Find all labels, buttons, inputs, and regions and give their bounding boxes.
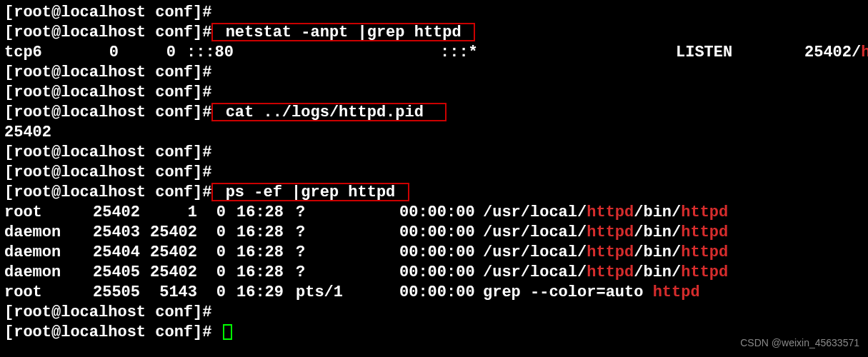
ps-ppid: 25402: [147, 223, 197, 243]
ps-output: root254021016:28?00:00:00/usr/local/http…: [4, 203, 864, 303]
shell-prompt: [root@localhost conf]#: [4, 144, 211, 161]
ps-c: 0: [208, 283, 226, 303]
ps-pid: 25404: [90, 243, 140, 263]
cursor-icon[interactable]: [223, 324, 232, 340]
command-highlight-box: netstat -anpt |grep httpd: [211, 23, 474, 41]
table-row: daemon2540525402016:28?00:00:00/usr/loca…: [4, 263, 864, 283]
terminal-line-ps: [root@localhost conf]# ps -ef |grep http…: [4, 183, 864, 203]
netstat-foreign: :::*: [440, 43, 478, 63]
ps-stime: 16:28: [236, 263, 284, 283]
ps-tty: ?: [296, 223, 305, 243]
terminal-line: [root@localhost conf]#: [4, 3, 864, 23]
shell-prompt: [root@localhost conf]#: [4, 104, 211, 121]
shell-prompt: [root@localhost conf]#: [4, 64, 211, 81]
terminal-line: [root@localhost conf]#: [4, 303, 864, 323]
ps-uid: root: [4, 283, 42, 303]
ps-time: 00:00:00: [399, 283, 475, 303]
shell-prompt: [root@localhost conf]#: [4, 84, 211, 101]
shell-prompt: [root@localhost conf]#: [4, 183, 211, 201]
terminal-line: [root@localhost conf]#: [4, 143, 864, 163]
table-row: daemon2540325402016:28?00:00:00/usr/loca…: [4, 223, 864, 243]
netstat-recvq: 0: [90, 43, 119, 63]
ps-tty: ?: [296, 243, 305, 263]
netstat-output: tcp600:::80:::*LISTEN25402/h: [4, 43, 864, 63]
netstat-pidprog: 25402/h: [804, 43, 868, 63]
ps-cmd: /usr/local/httpd/bin/httpd: [483, 243, 728, 263]
shell-prompt: [root@localhost conf]#: [4, 24, 211, 41]
ps-uid: daemon: [4, 263, 61, 283]
shell-prompt: [root@localhost conf]#: [4, 164, 211, 181]
shell-prompt: [root@localhost conf]#: [4, 303, 211, 321]
ps-stime: 16:29: [236, 283, 284, 303]
cat-output: 25402: [4, 123, 864, 143]
ps-time: 00:00:00: [399, 263, 475, 283]
ps-tty: ?: [296, 263, 305, 283]
ps-ppid: 5143: [147, 283, 197, 303]
ps-c: 0: [208, 263, 226, 283]
ps-cmd: grep --color=auto httpd: [483, 283, 700, 303]
terminal-line: [root@localhost conf]#: [4, 63, 864, 83]
ps-cmd: /usr/local/httpd/bin/httpd: [483, 223, 728, 243]
ps-ppid: 25402: [147, 243, 197, 263]
ps-uid: root: [4, 203, 42, 223]
netstat-proto: tcp6: [4, 44, 42, 61]
ps-time: 00:00:00: [399, 243, 475, 263]
ps-c: 0: [208, 223, 226, 243]
ps-time: 00:00:00: [399, 223, 475, 243]
shell-prompt: [root@localhost conf]#: [4, 4, 211, 21]
table-row: root254021016:28?00:00:00/usr/local/http…: [4, 203, 864, 223]
ps-time: 00:00:00: [399, 203, 475, 223]
command-highlight-box: ps -ef |grep httpd: [211, 183, 409, 201]
ps-cmd: /usr/local/httpd/bin/httpd: [483, 203, 728, 223]
ps-ppid: 25402: [147, 263, 197, 283]
table-row: root255055143016:29pts/100:00:00grep --c…: [4, 283, 864, 303]
ps-ppid: 1: [147, 203, 197, 223]
ps-c: 0: [208, 243, 226, 263]
ps-pid: 25405: [90, 263, 140, 283]
terminal-line: [root@localhost conf]#: [4, 83, 864, 103]
ps-pid: 25403: [90, 223, 140, 243]
netstat-local: :::80: [186, 43, 234, 63]
ps-stime: 16:28: [236, 223, 284, 243]
ps-c: 0: [208, 203, 226, 223]
ps-stime: 16:28: [236, 203, 284, 223]
ps-uid: daemon: [4, 243, 61, 263]
ps-pid: 25402: [90, 203, 140, 223]
ps-uid: daemon: [4, 223, 61, 243]
terminal-line-cat: [root@localhost conf]# cat ../logs/httpd…: [4, 103, 864, 123]
command-highlight-box: cat ../logs/httpd.pid: [211, 103, 447, 121]
ps-pid: 25505: [90, 283, 140, 303]
netstat-sendq: 0: [154, 43, 176, 63]
terminal-line: [root@localhost conf]#: [4, 163, 864, 183]
watermark-text: CSDN @weixin_45633571: [740, 333, 859, 353]
ps-cmd: /usr/local/httpd/bin/httpd: [483, 263, 728, 283]
shell-prompt: [root@localhost conf]#: [4, 323, 211, 341]
netstat-state: LISTEN: [676, 43, 732, 63]
table-row: daemon2540425402016:28?00:00:00/usr/loca…: [4, 243, 864, 263]
ps-stime: 16:28: [236, 243, 284, 263]
terminal-line-netstat: [root@localhost conf]# netstat -anpt |gr…: [4, 23, 864, 43]
ps-tty: ?: [296, 203, 305, 223]
terminal-line-cursor: [root@localhost conf]#: [4, 323, 864, 343]
ps-tty: pts/1: [296, 283, 343, 303]
